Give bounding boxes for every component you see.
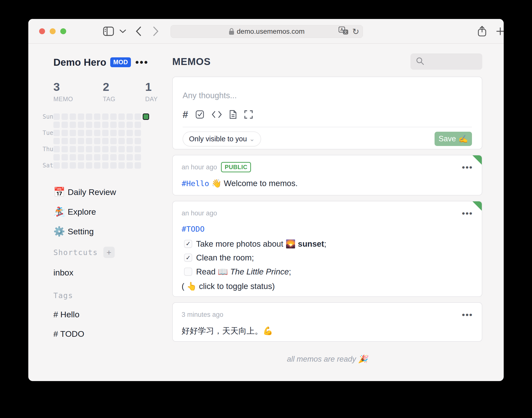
heatmap-cell[interactable]	[135, 146, 141, 152]
heatmap-cell[interactable]	[86, 154, 92, 161]
heatmap-cell[interactable]	[135, 130, 141, 136]
heatmap-cell[interactable]	[118, 113, 125, 120]
heatmap-cell[interactable]	[70, 113, 76, 120]
heatmap-cell[interactable]	[118, 146, 125, 152]
sidebar-toggle-icon[interactable]	[102, 25, 115, 38]
heatmap-cell[interactable]	[78, 138, 84, 144]
heatmap-cell[interactable]	[78, 113, 84, 120]
heatmap-grid[interactable]	[53, 113, 149, 170]
heatmap-cell[interactable]	[135, 138, 141, 144]
zoom-window-button[interactable]	[60, 28, 66, 34]
heatmap-cell[interactable]	[94, 122, 100, 128]
heatmap-cell[interactable]	[70, 138, 76, 144]
memo-tag-hello[interactable]: #Hello	[182, 179, 209, 188]
heatmap-cell[interactable]	[102, 113, 109, 120]
file-tool-icon[interactable]	[229, 110, 237, 119]
chevron-down-icon[interactable]	[116, 25, 129, 38]
heatmap-cell[interactable]	[126, 113, 133, 120]
heatmap-cell[interactable]	[135, 162, 141, 169]
editor-placeholder[interactable]: Any thoughts...	[183, 77, 472, 100]
heatmap-cell[interactable]	[62, 130, 68, 136]
heatmap-cell-today[interactable]	[143, 113, 149, 120]
close-window-button[interactable]	[39, 28, 45, 34]
heatmap-cell[interactable]	[86, 122, 92, 128]
memo-menu-icon[interactable]: •••	[462, 313, 473, 316]
todo-checkbox-unchecked[interactable]	[184, 268, 192, 276]
heatmap-cell[interactable]	[62, 138, 68, 144]
checkbox-tool-icon[interactable]	[195, 110, 204, 119]
memo-tag-todo[interactable]: #TODO	[182, 225, 204, 233]
heatmap-cell[interactable]	[78, 146, 84, 152]
minimize-window-button[interactable]	[50, 28, 56, 34]
shortcut-item-inbox[interactable]: inbox	[53, 268, 149, 277]
heatmap-cell[interactable]	[126, 154, 133, 161]
heatmap-cell[interactable]	[110, 138, 117, 144]
heatmap-cell[interactable]	[78, 154, 84, 161]
heatmap-cell[interactable]	[70, 146, 76, 152]
heatmap-cell[interactable]	[135, 113, 141, 120]
heatmap-cell[interactable]	[102, 122, 109, 128]
heatmap-cell[interactable]	[70, 162, 76, 169]
heatmap-cell[interactable]	[110, 154, 117, 161]
heatmap-cell[interactable]	[94, 138, 100, 144]
heatmap-cell[interactable]	[53, 154, 60, 161]
back-button[interactable]	[132, 25, 145, 38]
share-icon[interactable]	[476, 25, 488, 38]
heatmap-cell[interactable]	[53, 122, 60, 128]
heatmap-cell[interactable]	[62, 162, 68, 169]
save-button[interactable]: Save ✍️	[435, 132, 472, 146]
heatmap-cell[interactable]	[126, 146, 133, 152]
heatmap-cell[interactable]	[102, 130, 109, 136]
user-banner[interactable]: Demo Hero MOD •••	[53, 56, 149, 69]
heatmap-cell[interactable]	[70, 130, 76, 136]
todo-checkbox-checked[interactable]: ✓	[184, 240, 192, 248]
new-tab-icon[interactable]	[494, 25, 504, 38]
heatmap-cell[interactable]	[86, 146, 92, 152]
heatmap-cell[interactable]	[86, 130, 92, 136]
heatmap-cell[interactable]	[53, 113, 60, 120]
heatmap-cell[interactable]	[70, 154, 76, 161]
translate-icon[interactable]: A 文	[339, 27, 348, 37]
heatmap-cell[interactable]	[102, 154, 109, 161]
heatmap-cell[interactable]	[102, 146, 109, 152]
heatmap-cell[interactable]	[86, 138, 92, 144]
heatmap-cell[interactable]	[110, 146, 117, 152]
heatmap-cell[interactable]	[78, 122, 84, 128]
heatmap-cell[interactable]	[118, 122, 125, 128]
heatmap-cell[interactable]	[78, 162, 84, 169]
heatmap-cell[interactable]	[86, 162, 92, 169]
heatmap-cell[interactable]	[102, 162, 109, 169]
heatmap-cell[interactable]	[118, 154, 125, 161]
sidebar-item-daily-review[interactable]: 📅 Daily Review	[53, 184, 149, 200]
search-input[interactable]	[410, 53, 482, 70]
heatmap-cell[interactable]	[62, 146, 68, 152]
tag-item-todo[interactable]: # TODO	[53, 329, 149, 339]
heatmap-cell[interactable]	[135, 154, 141, 161]
heatmap-cell[interactable]	[53, 138, 60, 144]
heatmap-cell[interactable]	[110, 122, 117, 128]
tag-item-hello[interactable]: # Hello	[53, 310, 149, 319]
heatmap-cell[interactable]	[53, 146, 60, 152]
heatmap-cell[interactable]	[62, 113, 68, 120]
heatmap-cell[interactable]	[86, 113, 92, 120]
heatmap-cell[interactable]	[118, 138, 125, 144]
forward-button[interactable]	[149, 25, 162, 38]
heatmap-cell[interactable]	[110, 162, 117, 169]
heatmap-cell[interactable]	[94, 162, 100, 169]
heatmap-cell[interactable]	[53, 162, 60, 169]
heatmap-cell[interactable]	[126, 130, 133, 136]
heatmap-cell[interactable]	[102, 138, 109, 144]
memo-menu-icon[interactable]: •••	[462, 165, 473, 169]
heatmap-cell[interactable]	[126, 122, 133, 128]
heatmap-cell[interactable]	[126, 138, 133, 144]
fullscreen-tool-icon[interactable]	[244, 110, 253, 119]
heatmap-cell[interactable]	[78, 130, 84, 136]
heatmap-cell[interactable]	[126, 162, 133, 169]
heatmap-cell[interactable]	[135, 122, 141, 128]
memo-menu-icon[interactable]: •••	[462, 211, 473, 215]
code-tool-icon[interactable]	[212, 111, 222, 118]
heatmap-cell[interactable]	[94, 146, 100, 152]
heatmap-cell[interactable]	[94, 130, 100, 136]
heatmap-cell[interactable]	[70, 122, 76, 128]
visibility-select[interactable]: Only visible to you ⌄	[183, 131, 261, 146]
